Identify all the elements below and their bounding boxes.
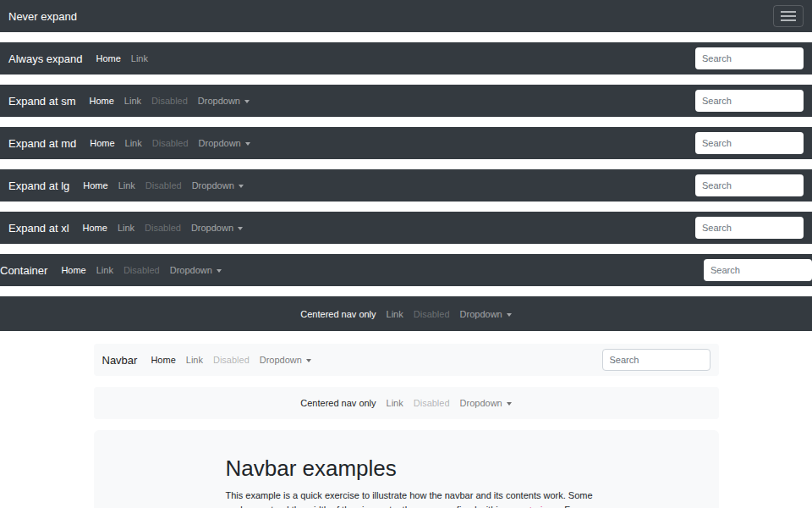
nav-link-dropdown[interactable]: Dropdown (460, 398, 512, 408)
nav-links-expand-at-sm: HomeLinkDisabledDropdown (90, 96, 250, 106)
nav-link-centered-nav-only[interactable]: Centered nav only (300, 398, 376, 408)
caret-down-icon (238, 227, 243, 230)
navbar-never-expand: Never expand (0, 0, 812, 32)
nav-link-link[interactable]: Link (387, 309, 403, 319)
nav-link-disabled: Disabled (213, 355, 250, 365)
nav-link-disabled: Disabled (123, 265, 160, 275)
caret-down-icon (217, 269, 222, 273)
navbar-expand-at-xl: Expand at xlHomeLinkDisabledDropdown (0, 212, 812, 244)
nav-link-home[interactable]: Home (83, 180, 107, 190)
navbar-expand-at-md: Expand at mdHomeLinkDisabledDropdown (0, 127, 812, 159)
navbar-expand-at-sm: Expand at smHomeLinkDisabledDropdown (0, 85, 812, 117)
nav-link-disabled: Disabled (145, 180, 182, 190)
nav-link-dropdown[interactable]: Dropdown (191, 223, 243, 233)
caret-down-icon (244, 100, 250, 103)
nav-link-dropdown[interactable]: Dropdown (198, 96, 250, 106)
intro-line-1: This example is a quick exercise to illu… (226, 489, 598, 503)
intro-line-2: navbars extend the width of the viewport… (226, 503, 598, 508)
search-input-expand-at-lg[interactable] (695, 174, 804, 196)
navbar-examples-list: Never expandAlways expandHomeLinkExpand … (0, 0, 812, 419)
nav-link-home[interactable]: Home (90, 96, 114, 106)
nav-link-link[interactable]: Link (125, 138, 142, 148)
navbar-brand-expand-at-sm[interactable]: Expand at sm (8, 95, 76, 108)
navbar-brand-navbar-light[interactable]: Navbar (102, 354, 138, 367)
nav-links-container: HomeLinkDisabledDropdown (61, 265, 221, 275)
navbar-brand-container[interactable]: Container (0, 264, 47, 277)
nav-link-link[interactable]: Link (96, 265, 113, 275)
intro-paragraph: This example is a quick exercise to illu… (226, 489, 598, 508)
caret-down-icon (239, 185, 244, 188)
navbar-toggler-button[interactable] (773, 5, 804, 27)
nav-link-home[interactable]: Home (151, 355, 175, 365)
nav-link-link[interactable]: Link (387, 398, 403, 408)
nav-links-centered-light: Centered nav onlyLinkDisabledDropdown (300, 398, 511, 408)
nav-link-home[interactable]: Home (90, 138, 114, 148)
nav-link-link[interactable]: Link (124, 96, 141, 106)
search-input-navbar-light[interactable] (602, 349, 710, 371)
nav-link-link[interactable]: Link (131, 53, 148, 64)
navbar-container: ContainerHomeLinkDisabledDropdown (0, 259, 812, 281)
navbar-brand-expand-at-lg[interactable]: Expand at lg (8, 179, 69, 192)
jumbotron: Navbar examples This example is a quick … (94, 430, 719, 508)
navbar-navbar-light: NavbarHomeLinkDisabledDropdown (94, 344, 719, 376)
intro-line-2-tail: . For (559, 505, 579, 508)
nav-link-disabled: Disabled (145, 223, 181, 233)
nav-link-disabled: Disabled (414, 398, 450, 408)
caret-down-icon (306, 359, 311, 362)
nav-link-dropdown[interactable]: Dropdown (460, 309, 512, 319)
nav-link-dropdown[interactable]: Dropdown (199, 138, 250, 148)
nav-link-home[interactable]: Home (61, 265, 85, 275)
navbar-centered-dark: Centered nav onlyLinkDisabledDropdown (0, 296, 812, 331)
intro-line-2-text: navbars extend the width of the viewport… (226, 505, 514, 508)
nav-link-disabled: Disabled (152, 138, 189, 148)
nav-link-centered-nav-only[interactable]: Centered nav only (300, 309, 376, 319)
jumbotron-content: Navbar examples This example is a quick … (226, 456, 598, 508)
navbar-brand-expand-at-md[interactable]: Expand at md (8, 137, 76, 150)
nav-links-expand-at-md: HomeLinkDisabledDropdown (90, 138, 250, 148)
navbar-always-expand: Always expandHomeLink (0, 42, 812, 75)
caret-down-icon (507, 402, 512, 406)
nav-links-always-expand: HomeLink (96, 53, 148, 64)
navbar-brand-never-expand[interactable]: Never expand (8, 10, 77, 23)
page-title: Navbar examples (226, 456, 598, 482)
nav-links-expand-at-lg: HomeLinkDisabledDropdown (83, 180, 243, 190)
nav-link-link[interactable]: Link (186, 355, 203, 365)
nav-link-dropdown[interactable]: Dropdown (170, 265, 222, 275)
nav-link-dropdown[interactable]: Dropdown (260, 355, 311, 365)
nav-links-expand-at-xl: HomeLinkDisabledDropdown (83, 223, 243, 233)
hamburger-icon (781, 15, 796, 17)
nav-links-navbar-light: HomeLinkDisabledDropdown (151, 355, 310, 365)
nav-link-dropdown[interactable]: Dropdown (192, 180, 244, 190)
nav-link-disabled: Disabled (151, 96, 188, 106)
navbar-brand-always-expand[interactable]: Always expand (8, 52, 82, 65)
nav-link-home[interactable]: Home (83, 223, 107, 233)
search-input-always-expand[interactable] (695, 47, 804, 69)
navbar-centered-light: Centered nav onlyLinkDisabledDropdown (94, 387, 719, 419)
caret-down-icon (507, 313, 512, 317)
search-input-expand-at-sm[interactable] (695, 90, 804, 112)
navbar-expand-at-lg: Expand at lgHomeLinkDisabledDropdown (0, 169, 812, 202)
search-input-expand-at-xl[interactable] (695, 217, 804, 239)
nav-links-centered-dark: Centered nav onlyLinkDisabledDropdown (300, 309, 511, 319)
nav-link-disabled: Disabled (414, 309, 450, 319)
navbar-container: ContainerHomeLinkDisabledDropdown (0, 254, 812, 286)
navbar-brand-expand-at-xl[interactable]: Expand at xl (8, 222, 69, 235)
nav-link-link[interactable]: Link (118, 223, 134, 233)
search-input-container[interactable] (704, 259, 812, 281)
caret-down-icon (245, 142, 250, 146)
nav-link-home[interactable]: Home (96, 53, 120, 64)
search-input-expand-at-md[interactable] (695, 132, 804, 154)
nav-link-link[interactable]: Link (118, 180, 135, 190)
